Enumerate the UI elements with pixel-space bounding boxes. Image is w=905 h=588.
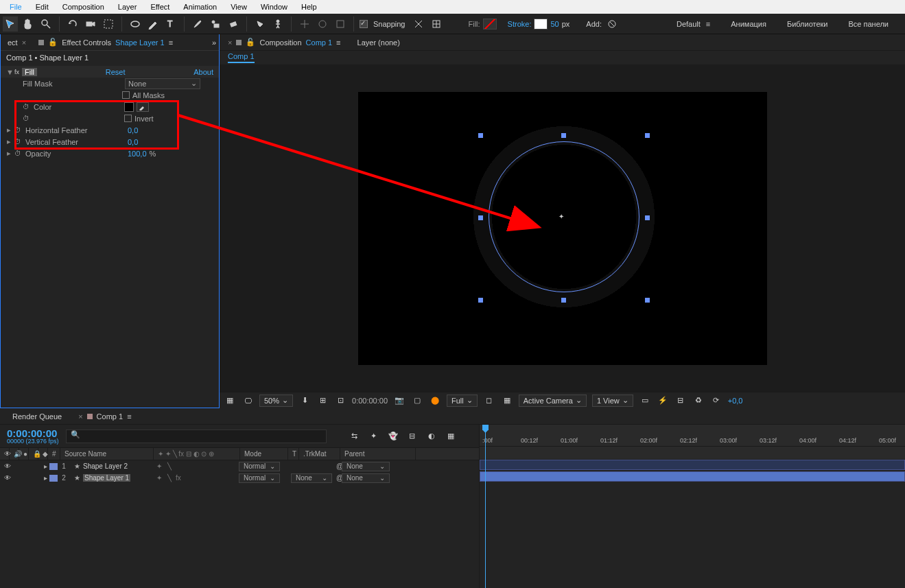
- axis-local-icon[interactable]: [297, 16, 312, 32]
- workspace-all-panels[interactable]: Все панели: [849, 20, 889, 28]
- vfeather-value[interactable]: 0,0: [128, 138, 138, 146]
- composition-tab[interactable]: × 🔓 Composition Comp 1 ≡: [224, 35, 345, 49]
- bbox-handle[interactable]: [645, 215, 650, 220]
- bbox-handle[interactable]: [478, 215, 483, 220]
- transparency-icon[interactable]: ▦: [501, 395, 513, 407]
- effect-controls-tab[interactable]: 🔓 Effect Controls Shape Layer 1 ≡: [34, 35, 177, 49]
- source-name-column[interactable]: Source Name: [60, 448, 154, 460]
- composition-mini-flowchart-icon[interactable]: ⇆: [349, 430, 361, 443]
- hamburger-icon[interactable]: ≡: [169, 38, 173, 47]
- bbox-handle[interactable]: [478, 133, 483, 138]
- disclosure-triangle-icon[interactable]: ▸: [6, 126, 12, 134]
- camera-tool-icon[interactable]: [83, 16, 98, 32]
- panel-overflow-icon[interactable]: »: [212, 38, 216, 47]
- comp-subtab[interactable]: Comp 1: [228, 52, 255, 63]
- snapshot-icon[interactable]: 📷: [393, 395, 406, 407]
- camera-dropdown[interactable]: Active Camera⌄: [519, 395, 587, 407]
- workspace-animation[interactable]: Анимация: [731, 20, 766, 28]
- bbox-handle[interactable]: [561, 133, 566, 138]
- shape-path[interactable]: [489, 141, 639, 292]
- menu-view[interactable]: View: [224, 1, 254, 12]
- trkmat-dropdown[interactable]: None⌄: [291, 473, 332, 483]
- pixel-aspect-icon[interactable]: ▭: [639, 395, 651, 407]
- guides-icon[interactable]: ⊡: [334, 395, 346, 407]
- hamburger-icon[interactable]: ≡: [336, 38, 340, 47]
- motion-blur-icon[interactable]: ◐: [425, 430, 438, 443]
- bbox-handle[interactable]: [478, 298, 483, 303]
- disclosure-triangle-icon[interactable]: ▼: [6, 68, 12, 76]
- menu-window[interactable]: Window: [254, 1, 294, 12]
- axis-view-icon[interactable]: [333, 16, 348, 32]
- display-icon[interactable]: 🖵: [242, 395, 254, 407]
- render-queue-tab[interactable]: Render Queue: [8, 410, 66, 423]
- bbox-handle[interactable]: [645, 133, 650, 138]
- close-icon[interactable]: ×: [22, 38, 26, 47]
- clone-tool-icon[interactable]: [208, 16, 223, 32]
- workspace-libraries[interactable]: Библиотеки: [787, 20, 828, 28]
- reset-exposure-icon[interactable]: ⟳: [710, 395, 722, 407]
- anchor-point-icon[interactable]: ✦: [559, 213, 564, 220]
- rotation-tool-icon[interactable]: [65, 16, 80, 32]
- menu-edit[interactable]: Edit: [29, 1, 56, 12]
- parent-pickwhip-icon[interactable]: @: [332, 462, 342, 470]
- text-tool-icon[interactable]: T: [163, 16, 178, 32]
- about-link[interactable]: About: [193, 68, 213, 76]
- grid-icon[interactable]: ⊞: [316, 395, 329, 407]
- stroke-width[interactable]: 50: [550, 20, 559, 28]
- all-masks-checkbox[interactable]: [122, 91, 130, 99]
- close-icon[interactable]: ×: [228, 38, 232, 47]
- pen-tool-icon[interactable]: [145, 16, 161, 32]
- layer-name[interactable]: Shape Layer 2: [83, 462, 128, 470]
- layer-tab[interactable]: Layer (none): [353, 36, 404, 49]
- fast-preview-icon[interactable]: ⚡: [657, 395, 669, 407]
- label-column-icon[interactable]: ◆: [38, 448, 48, 460]
- menu-animation[interactable]: Animation: [176, 1, 224, 12]
- workspace-default[interactable]: Default≡: [677, 20, 710, 28]
- snap-edge-icon[interactable]: [411, 16, 426, 32]
- eye-toggle[interactable]: 👁: [0, 462, 10, 470]
- res-down-icon[interactable]: ⬇: [298, 395, 311, 407]
- lock-icon[interactable]: 🔓: [48, 38, 58, 47]
- zoom-tool-icon[interactable]: [38, 16, 54, 32]
- project-tab[interactable]: ect×: [3, 36, 30, 49]
- menu-layer[interactable]: Layer: [111, 1, 144, 12]
- eraser-tool-icon[interactable]: [226, 16, 241, 32]
- snapping-checkbox[interactable]: [360, 20, 368, 28]
- resolution-dropdown[interactable]: Full⌄: [447, 395, 478, 407]
- stopwatch-icon[interactable]: ⏱: [14, 150, 23, 157]
- eye-column-icon[interactable]: 👁: [0, 448, 10, 460]
- bbox-handle[interactable]: [645, 298, 650, 303]
- disclosure-triangle-icon[interactable]: ▸: [6, 137, 12, 146]
- stopwatch-icon[interactable]: ⏱: [23, 103, 31, 110]
- solo-column-icon[interactable]: ●: [19, 448, 29, 460]
- menu-composition[interactable]: Composition: [56, 1, 111, 12]
- stroke-label[interactable]: Stroke:: [508, 20, 532, 28]
- layer-name[interactable]: Shape Layer 1: [83, 474, 130, 482]
- current-time[interactable]: 0:00:00:00: [352, 397, 388, 405]
- menu-file[interactable]: File: [3, 1, 29, 12]
- shy-icon[interactable]: 👻: [387, 430, 399, 443]
- layer-switches[interactable]: ✦ ╲: [152, 462, 239, 470]
- flowchart-icon[interactable]: ♻: [692, 395, 705, 407]
- axis-world-icon[interactable]: [315, 16, 330, 32]
- stroke-swatch[interactable]: [534, 19, 548, 30]
- eye-toggle[interactable]: 👁: [0, 474, 10, 482]
- parent-pickwhip-icon[interactable]: @: [332, 474, 342, 482]
- hand-tool-icon[interactable]: [21, 16, 36, 32]
- add-menu-icon[interactable]: [604, 16, 620, 32]
- graph-editor-icon[interactable]: ▦: [445, 430, 457, 443]
- label-color[interactable]: [49, 463, 58, 470]
- puppet-tool-icon[interactable]: [270, 16, 285, 32]
- stopwatch-icon[interactable]: ⏱: [14, 138, 23, 145]
- time-ruler[interactable]: :00f 00:12f 01:00f 01:12f 02:00f 02:12f …: [480, 425, 905, 447]
- menu-effect[interactable]: Effect: [143, 1, 176, 12]
- timeline-icon[interactable]: ⊟: [674, 395, 687, 407]
- frame-blend-icon[interactable]: ⊟: [406, 430, 419, 443]
- fill-mask-dropdown[interactable]: None⌄: [125, 78, 200, 89]
- search-input[interactable]: 🔍: [66, 430, 327, 443]
- layer-bar-1[interactable]: [480, 460, 905, 470]
- brush-tool-icon[interactable]: [190, 16, 205, 32]
- hfeather-value[interactable]: 0,0: [128, 126, 138, 134]
- eyedropper-icon[interactable]: [137, 102, 149, 112]
- composition-canvas[interactable]: ✦: [358, 92, 767, 365]
